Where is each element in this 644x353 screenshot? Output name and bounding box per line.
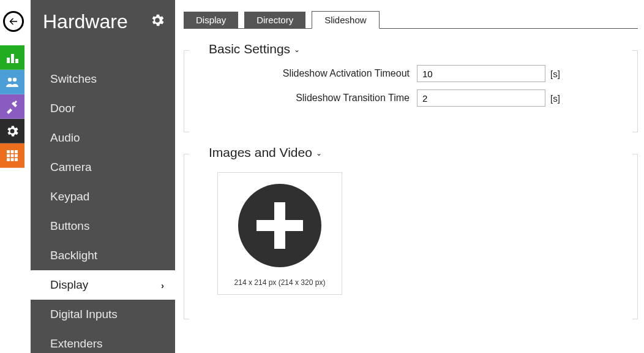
label-transition-time: Slideshow Transition Time <box>209 93 417 104</box>
section-title-media[interactable]: Images and Video ⌄ <box>209 145 327 160</box>
section-title-basic[interactable]: Basic Settings ⌄ <box>209 42 305 56</box>
sidebar-item-audio[interactable]: Audio <box>31 123 175 153</box>
rail-tools-icon[interactable] <box>0 94 24 119</box>
sidebar-item-label: Camera <box>50 161 92 174</box>
sidebar-item-camera[interactable]: Camera <box>31 153 175 182</box>
tab-directory[interactable]: Directory <box>244 12 305 28</box>
sidebar-item-label: Audio <box>50 131 80 145</box>
svg-point-3 <box>8 77 12 81</box>
svg-rect-6 <box>11 150 14 153</box>
svg-point-4 <box>13 77 17 81</box>
page-title: Hardware <box>43 10 128 33</box>
sidebar-item-label: Door <box>50 102 75 115</box>
svg-rect-5 <box>7 150 10 153</box>
sidebar-item-label: Digital Inputs <box>50 308 118 321</box>
svg-rect-13 <box>15 158 18 161</box>
tab-bar: Display Directory Slideshow <box>184 11 638 29</box>
tab-slideshow[interactable]: Slideshow <box>312 11 379 29</box>
section-basic-settings: Basic Settings ⌄ Slideshow Activation Ti… <box>184 50 638 132</box>
sidebar-header: Hardware <box>31 0 175 43</box>
back-button[interactable] <box>3 11 24 32</box>
chevron-right-icon: › <box>161 280 164 290</box>
sidebar-item-buttons[interactable]: Buttons <box>31 211 175 241</box>
sidebar-item-switches[interactable]: Switches <box>31 64 175 94</box>
svg-rect-8 <box>7 154 10 157</box>
svg-rect-10 <box>15 154 18 157</box>
svg-rect-9 <box>11 154 14 157</box>
content-area: Display Directory Slideshow Basic Settin… <box>184 0 638 353</box>
section-images-video: Images and Video ⌄ 214 x 214 px (214 x 3… <box>184 154 638 319</box>
svg-rect-12 <box>11 158 14 161</box>
sidebar-item-extenders[interactable]: Extenders <box>31 329 175 353</box>
placeholder-caption: 214 x 214 px (214 x 320 px) <box>234 278 326 287</box>
rail-gear-icon[interactable] <box>0 119 24 143</box>
sidebar: Hardware Switches Door Audio Camera Keyp… <box>31 0 175 353</box>
svg-rect-2 <box>15 59 18 63</box>
sidebar-item-keypad[interactable]: Keypad <box>31 182 175 211</box>
svg-rect-7 <box>15 150 18 153</box>
sidebar-menu: Switches Door Audio Camera Keypad Button… <box>31 43 175 353</box>
sidebar-item-label: Buttons <box>50 219 89 233</box>
svg-rect-1 <box>11 54 14 63</box>
label-activation-timeout: Slideshow Activation Timeout <box>209 68 417 79</box>
sidebar-item-label: Switches <box>50 72 97 86</box>
unit-activation-timeout: [s] <box>545 69 560 79</box>
rail-grid-icon[interactable] <box>0 143 24 168</box>
svg-rect-0 <box>7 58 10 63</box>
tab-display[interactable]: Display <box>184 12 238 28</box>
unit-transition-time: [s] <box>545 93 560 104</box>
rail-users-icon[interactable] <box>0 70 24 94</box>
chevron-down-icon: ⌄ <box>316 149 322 158</box>
row-activation-timeout: Slideshow Activation Timeout [s] <box>209 65 613 82</box>
sidebar-item-backlight[interactable]: Backlight <box>31 241 175 270</box>
sidebar-item-door[interactable]: Door <box>31 94 175 123</box>
row-transition-time: Slideshow Transition Time [s] <box>209 89 613 107</box>
sidebar-item-label: Display <box>50 278 88 292</box>
svg-rect-11 <box>7 158 10 161</box>
rail-stats-icon[interactable] <box>0 45 24 70</box>
sidebar-item-label: Keypad <box>50 190 89 203</box>
sidebar-item-display[interactable]: Display› <box>31 270 175 300</box>
back-arrow-icon <box>8 16 19 27</box>
gear-icon[interactable] <box>149 12 165 31</box>
sidebar-item-label: Extenders <box>50 337 103 351</box>
input-activation-timeout[interactable] <box>417 65 545 82</box>
add-image-placeholder[interactable]: 214 x 214 px (214 x 320 px) <box>217 172 342 295</box>
plus-circle-icon <box>238 184 321 267</box>
sidebar-item-label: Backlight <box>50 249 97 262</box>
input-transition-time[interactable] <box>417 89 545 107</box>
chevron-down-icon: ⌄ <box>294 45 300 54</box>
icon-rail <box>0 45 24 168</box>
sidebar-item-digital-inputs[interactable]: Digital Inputs <box>31 300 175 329</box>
